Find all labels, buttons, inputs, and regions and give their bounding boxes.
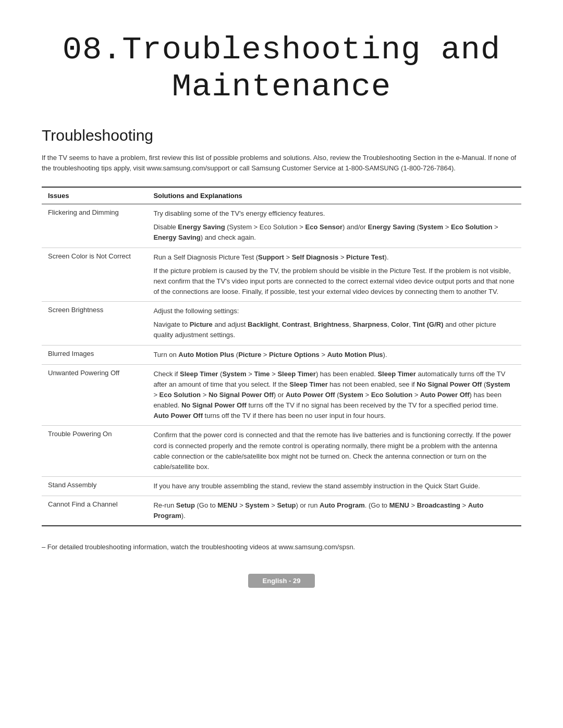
page-number-badge: English - 29: [248, 574, 315, 588]
issue-cell: Trouble Powering On: [42, 426, 147, 477]
issue-cell: Cannot Find a Channel: [42, 496, 147, 526]
solution-cell: Try disabling some of the TV's energy ef…: [147, 204, 521, 248]
issue-cell: Unwanted Powering Off: [42, 364, 147, 426]
table-row: Flickering and DimmingTry disabling some…: [42, 204, 521, 248]
table-row: Cannot Find a ChannelRe-run Setup (Go to…: [42, 496, 521, 526]
solution-paragraph: Disable Energy Saving (System > Eco Solu…: [153, 222, 515, 243]
section-title: Troubleshooting: [42, 127, 521, 144]
issue-cell: Screen Color is Not Correct: [42, 248, 147, 302]
table-row: Screen Color is Not CorrectRun a Self Di…: [42, 248, 521, 302]
solution-cell: If you have any trouble assembling the s…: [147, 477, 521, 496]
solution-paragraph: Run a Self Diagnosis Picture Test (Suppo…: [153, 252, 515, 263]
solution-cell: Run a Self Diagnosis Picture Test (Suppo…: [147, 248, 521, 302]
issue-cell: Flickering and Dimming: [42, 204, 147, 248]
intro-paragraph: If the TV seems to have a problem, first…: [42, 153, 521, 175]
table-row: Blurred ImagesTurn on Auto Motion Plus (…: [42, 345, 521, 364]
issue-cell: Stand Assembly: [42, 477, 147, 496]
solution-paragraph: If the picture problem is caused by the …: [153, 266, 515, 297]
table-row: Screen BrightnessAdjust the following se…: [42, 302, 521, 345]
footer-note: – For detailed troubleshooting informati…: [42, 542, 521, 553]
issue-cell: Blurred Images: [42, 345, 147, 364]
col-header-issues: Issues: [42, 187, 147, 204]
solution-paragraph: Navigate to Picture and adjust Backlight…: [153, 319, 515, 340]
solution-cell: Check if Sleep Timer (System > Time > Sl…: [147, 364, 521, 426]
solution-paragraph: Adjust the following settings:: [153, 306, 515, 316]
solution-paragraph: Check if Sleep Timer (System > Time > Sl…: [153, 369, 515, 422]
page-number-box: English - 29: [42, 574, 521, 588]
troubleshooting-table: Issues Solutions and Explanations Flicke…: [42, 187, 521, 526]
table-row: Stand AssemblyIf you have any trouble as…: [42, 477, 521, 496]
solution-cell: Adjust the following settings:Navigate t…: [147, 302, 521, 345]
solution-paragraph: Try disabling some of the TV's energy ef…: [153, 208, 515, 219]
solution-cell: Turn on Auto Motion Plus (Picture > Pict…: [147, 345, 521, 364]
solution-paragraph: Re-run Setup (Go to MENU > System > Setu…: [153, 500, 515, 521]
page-title: 08.Troubleshooting and Maintenance: [42, 31, 521, 106]
solution-cell: Confirm that the power cord is connected…: [147, 426, 521, 477]
table-row: Unwanted Powering OffCheck if Sleep Time…: [42, 364, 521, 426]
solution-cell: Re-run Setup (Go to MENU > System > Setu…: [147, 496, 521, 526]
issue-cell: Screen Brightness: [42, 302, 147, 345]
solution-paragraph: If you have any trouble assembling the s…: [153, 481, 515, 491]
col-header-solutions: Solutions and Explanations: [147, 187, 521, 204]
solution-paragraph: Turn on Auto Motion Plus (Picture > Pict…: [153, 350, 515, 360]
table-row: Trouble Powering OnConfirm that the powe…: [42, 426, 521, 477]
solution-paragraph: Confirm that the power cord is connected…: [153, 430, 515, 472]
